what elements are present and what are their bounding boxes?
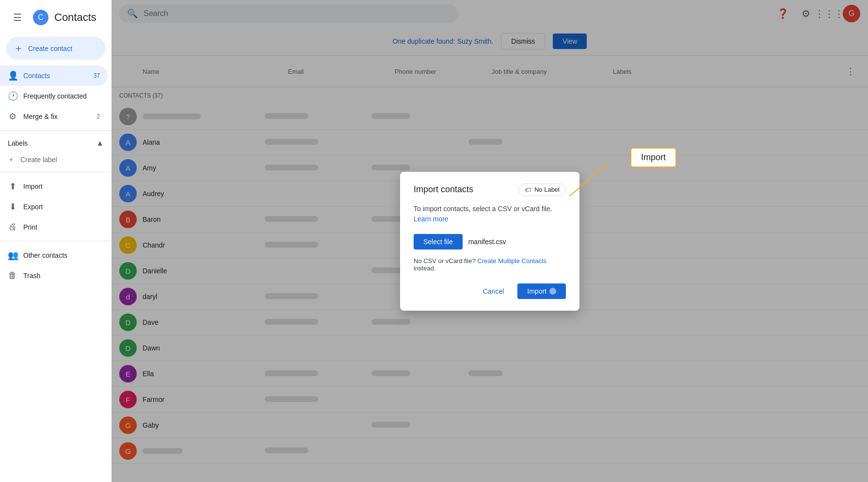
- create-label-item[interactable]: ＋ Create label: [0, 151, 112, 168]
- dialog-header: Import contacts 🏷 No Label: [414, 183, 566, 196]
- clock-icon: 🕐: [8, 91, 17, 101]
- app-header: ☰ C Contacts: [0, 4, 112, 35]
- add-icon: ＋: [14, 42, 23, 55]
- sidebar-item-export[interactable]: ⬇ Export: [0, 197, 108, 217]
- labels-header[interactable]: Labels ▲: [0, 135, 112, 151]
- labels-title-row: Labels: [8, 139, 28, 147]
- dialog-title: Import contacts: [414, 184, 473, 195]
- other-contacts-icon: 👥: [8, 250, 17, 261]
- learn-more-link[interactable]: Learn more: [414, 215, 449, 223]
- contacts-icon: 👤: [8, 70, 17, 81]
- select-file-button[interactable]: Select file: [414, 234, 463, 249]
- labels-title: Labels: [8, 139, 28, 147]
- import-dialog: Import contacts 🏷 No Label To import con…: [400, 172, 579, 311]
- merge-icon: ⚙: [8, 111, 17, 122]
- create-contact-button[interactable]: ＋ Create contact: [6, 37, 106, 60]
- label-icon: 🏷: [525, 186, 531, 194]
- sidebar-item-trash[interactable]: 🗑 Trash: [0, 266, 108, 285]
- sidebar-item-other-contacts[interactable]: 👥 Other contacts: [0, 245, 108, 266]
- menu-icon[interactable]: ☰: [8, 8, 27, 27]
- app-title: Contacts: [54, 11, 96, 24]
- cancel-button[interactable]: Cancel: [473, 283, 514, 299]
- print-icon: 🖨: [8, 222, 17, 232]
- plus-icon: ＋: [8, 155, 15, 164]
- callout-arrow: [560, 162, 618, 201]
- dialog-actions: Cancel Import: [414, 283, 566, 299]
- divider-3: [0, 241, 112, 241]
- app-logo: C: [33, 10, 48, 25]
- import-icon: ⬆: [8, 181, 17, 192]
- sidebar-item-import[interactable]: ⬆ Import: [0, 176, 108, 197]
- no-label-chip[interactable]: 🏷 No Label: [518, 183, 566, 196]
- sidebar: ☰ C Contacts ＋ Create contact 👤 Contacts…: [0, 0, 112, 482]
- chevron-up-icon: ▲: [96, 139, 104, 148]
- sidebar-item-merge[interactable]: ⚙ Merge & fix 2: [0, 106, 108, 127]
- divider-1: [0, 131, 112, 131]
- dialog-description: To import contacts, select a CSV or vCar…: [414, 204, 566, 224]
- file-select-row: Select file manifest.csv: [414, 234, 566, 249]
- divider-2: [0, 172, 112, 172]
- trash-icon: 🗑: [8, 270, 17, 281]
- callout-box: Import: [630, 148, 676, 167]
- import-callout: Import: [630, 148, 676, 167]
- selected-file-name: manifest.csv: [468, 238, 506, 246]
- sidebar-item-print[interactable]: 🖨 Print: [0, 217, 108, 237]
- modal-overlay: Import contacts 🏷 No Label To import con…: [112, 0, 868, 482]
- export-icon: ⬇: [8, 201, 17, 212]
- create-multiple-link[interactable]: Create Multiple Contacts: [478, 257, 547, 265]
- sidebar-item-contacts[interactable]: 👤 Contacts 37: [0, 66, 108, 86]
- svg-line-0: [570, 162, 609, 196]
- no-csv-text: No CSV or vCard file? Create Multiple Co…: [414, 257, 566, 272]
- sidebar-item-frequently[interactable]: 🕐 Frequently contacted: [0, 86, 108, 106]
- loading-spinner: [549, 288, 556, 295]
- import-button[interactable]: Import: [517, 283, 566, 299]
- main-content: 🔍 ❓ ⚙ ⋮⋮⋮ G One duplicate found: Suzy Sm…: [112, 0, 868, 482]
